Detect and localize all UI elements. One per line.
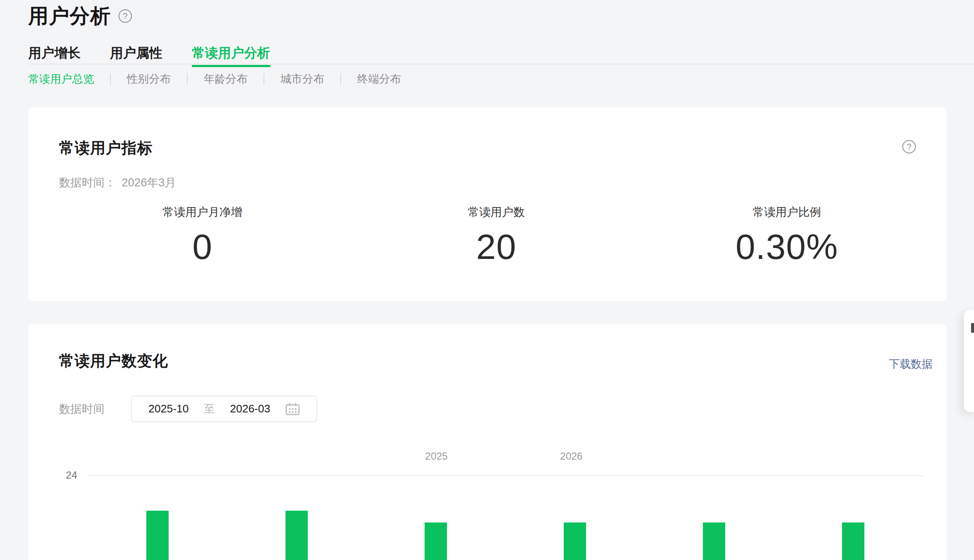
metric-label: 常读用户月净增	[76, 205, 329, 220]
active-tab-underline	[192, 65, 270, 67]
chart-bar-2026-03	[842, 522, 864, 560]
chart-bar-2025-12	[425, 522, 447, 560]
metric-regular-reader-count: 常读用户数 20	[370, 205, 623, 268]
y-axis-gridline	[88, 475, 923, 476]
chart-bar-2025-11	[285, 511, 308, 560]
chart-bar-2026-01	[564, 522, 586, 560]
metrics-data-time: 数据时间： 2026年3月	[59, 175, 176, 190]
chart-year-label: 2026	[542, 450, 601, 462]
page-help-icon[interactable]: ?	[118, 9, 132, 23]
subtab-city-distribution[interactable]: 城市分布	[280, 72, 324, 86]
subtab-separator	[264, 73, 264, 85]
y-axis-tick-label: 24	[45, 469, 77, 481]
subtab-bar: 常读用户总览 性别分布 年龄分布 城市分布 终端分布	[28, 72, 401, 86]
subtab-separator	[187, 73, 188, 85]
data-time-label: 数据时间：	[59, 176, 116, 189]
subtab-age-distribution[interactable]: 年龄分布	[204, 72, 248, 86]
subtab-gender-distribution[interactable]: 性别分布	[127, 72, 171, 86]
subtab-separator	[110, 73, 111, 85]
regular-reader-change-card: 常读用户数变化 下载数据 数据时间 2025-10 至 2026-03 2025…	[28, 324, 947, 560]
tab-user-attributes[interactable]: 用户属性	[110, 43, 162, 65]
regular-reader-metrics-card: 常读用户指标 ? 数据时间： 2026年3月 常读用户月净增 0 常读用户数 2…	[28, 108, 947, 301]
subtab-terminal-distribution[interactable]: 终端分布	[357, 72, 401, 86]
metric-value: 0.30%	[660, 226, 913, 268]
chart-bar-2026-02	[703, 522, 725, 560]
metrics-help-icon[interactable]: ?	[902, 140, 916, 153]
metric-label: 常读用户数	[370, 205, 623, 220]
metric-value: 20	[370, 226, 623, 268]
tab-bar: 用户增长 用户属性 常读用户分析	[28, 43, 270, 65]
tab-label: 用户增长	[28, 46, 81, 60]
page-header: 用户分析 ?	[28, 3, 132, 30]
chart-year-label: 2025	[407, 450, 466, 462]
data-time-value: 2026年3月	[122, 176, 176, 189]
tab-regular-reader-analysis[interactable]: 常读用户分析	[192, 43, 270, 65]
metric-regular-reader-ratio: 常读用户比例 0.30%	[660, 205, 913, 268]
metrics-card-title: 常读用户指标	[59, 138, 153, 159]
bar-chart: 2025 2026 24	[28, 324, 947, 560]
floating-side-widget[interactable]	[964, 310, 974, 412]
tab-label: 用户属性	[110, 46, 162, 60]
subtab-separator	[340, 73, 341, 85]
tab-user-growth[interactable]: 用户增长	[28, 43, 81, 65]
side-widget-icon	[971, 323, 974, 333]
metric-monthly-net-increase: 常读用户月净增 0	[76, 205, 329, 268]
chart-bar-2025-10	[146, 511, 169, 560]
metric-value: 0	[76, 226, 329, 268]
subtab-regular-reader-overview[interactable]: 常读用户总览	[28, 72, 94, 86]
page-title: 用户分析	[28, 3, 111, 30]
metric-label: 常读用户比例	[660, 205, 913, 220]
tab-label: 常读用户分析	[192, 46, 270, 60]
